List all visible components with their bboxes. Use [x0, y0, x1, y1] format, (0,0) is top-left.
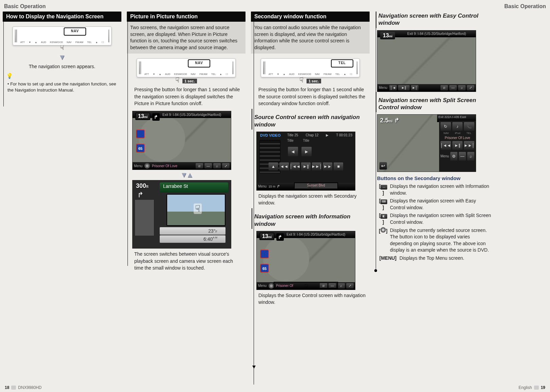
- play-pause-button[interactable]: ►∥: [301, 162, 311, 171]
- back-arrow-button[interactable]: ↩: [379, 162, 387, 170]
- play-pause-button[interactable]: ►∥: [398, 85, 410, 91]
- tap-hand-icon: ☟: [194, 203, 202, 214]
- skip-fwd-button[interactable]: ►►│: [464, 141, 474, 150]
- nav-button-pill[interactable]: NAV: [188, 59, 210, 67]
- play-pause-button[interactable]: ►∥: [452, 141, 463, 150]
- after-nav2-text: Displays the Source Control screen with …: [251, 290, 370, 308]
- nav-appears-text: The navigation screen appears.: [3, 64, 121, 69]
- source-disc-button-icon: [380, 227, 386, 233]
- fast-fwd-button[interactable]: ►►: [323, 162, 332, 171]
- mini-button[interactable]: ⎚: [440, 85, 448, 91]
- flow-line: [254, 22, 254, 385]
- mini-button[interactable]: ⤢: [346, 283, 354, 289]
- column-secondary-window: Secondary window function You can contro…: [251, 12, 370, 308]
- dvd-tab[interactable]: Title: [287, 139, 294, 142]
- skip-fwd-button[interactable]: ►►│: [312, 162, 321, 171]
- nav-info-bar[interactable]: Sunset Blvd: [294, 182, 338, 189]
- faceplate-label: KENWOOD: [298, 73, 311, 76]
- tip-bulb-icon: 💡: [6, 73, 121, 79]
- menu-button-label: [MENU]: [379, 255, 397, 261]
- faceplate-diagram: NAV ATT ▼ ▲ AUD KENWOOD NAV FM/AM TEL ▲ …: [13, 26, 112, 45]
- faceplate-label: AUD: [289, 73, 294, 76]
- faceplate-label: ATT: [269, 73, 273, 76]
- button-desc-row: [◧] Displays the navigation screen with …: [375, 212, 494, 226]
- faceplate-label: ☐: [226, 73, 228, 76]
- flow-down-arrow-icon: ▼: [3, 53, 121, 62]
- disc-icon[interactable]: [144, 163, 150, 169]
- model-name: DNX9980HD: [18, 385, 41, 390]
- mini-button[interactable]: ⤢: [222, 163, 230, 169]
- split-screen-button-icon: ◧: [380, 214, 387, 219]
- exit-label: Exit 9: I-84 (US-20/Sturbridge/Hartford): [287, 233, 345, 236]
- button-desc-row: [MENU] Displays the Top Menu screen.: [375, 254, 494, 262]
- pip-switch-text: The screen switches between visual sourc…: [127, 249, 245, 273]
- faceplate-label: FM/AM: [75, 41, 83, 44]
- menu-label[interactable]: Menu: [379, 86, 387, 90]
- subhead-split-screen: Navigation screen with Split Screen Cont…: [376, 92, 494, 113]
- prev-chapter-button[interactable]: ◄: [288, 147, 298, 156]
- mini-button[interactable]: ⌕: [337, 283, 345, 289]
- skip-fwd-button[interactable]: ►│: [411, 85, 418, 91]
- screenshot-nav-info: Exit 9: I-84 (US-20/Sturbridge/Hartford)…: [256, 231, 355, 290]
- mini-button[interactable]: ⚙: [450, 152, 457, 161]
- skip-back-button[interactable]: │◄◄: [290, 162, 300, 171]
- tap-hand-icon: ☟: [308, 183, 312, 191]
- faceplate-label: ATT: [144, 73, 149, 76]
- button-desc-row: [] Displays the currently selected sourc…: [375, 227, 494, 254]
- source-tel-button[interactable]: 📞: [464, 122, 474, 131]
- tel-button-pill[interactable]: TEL: [331, 59, 353, 67]
- track-title: Prisoner Of Love: [440, 136, 474, 140]
- menu-label[interactable]: Menu: [134, 164, 142, 168]
- rewind-button[interactable]: ◄◄: [279, 162, 289, 171]
- pip-press-text: Pressing the button for longer than 1 se…: [127, 84, 245, 109]
- mini-button[interactable]: —: [204, 163, 212, 169]
- column-secondary-continued: Navigation screen with Easy Control wind…: [375, 12, 494, 308]
- secondary-intro-text: You can control audio sources while the …: [251, 22, 370, 54]
- menu-label[interactable]: Menu: [258, 284, 267, 288]
- faceplate-labels: ATT ▼ ▲ AUD KENWOOD NAV FM/AM TEL ▲ ☐: [20, 41, 104, 44]
- next-chapter-button[interactable]: ►: [301, 147, 312, 156]
- skip-back-button[interactable]: │◄◄: [440, 141, 451, 150]
- faceplate-label: FM/AM: [323, 73, 332, 76]
- turn-arrow-icon: [152, 113, 160, 121]
- faceplate-label: TEL: [335, 73, 340, 76]
- faceplate-label: ▲: [343, 73, 346, 76]
- up-button[interactable]: ▲: [269, 162, 278, 171]
- dvd-tab[interactable]: Title: [303, 139, 310, 142]
- tip-text: • For how to set up and use the navigati…: [3, 79, 121, 93]
- menu-label[interactable]: Menu: [440, 152, 449, 161]
- mini-button[interactable]: —: [459, 152, 466, 161]
- faceplate-labels: ATT ▼ ▲ AUD KENWOOD NAV FM/AM TEL ▲ ☐: [269, 73, 352, 76]
- button-desc-row: [—] Displays the navigation screen with …: [375, 182, 494, 197]
- faceplate-diagram-secondary: TEL ATT ▼ ▲ AUD KENWOOD NAV FM/AM TEL ▲ …: [261, 58, 360, 77]
- faceplate-label: ▼: [28, 41, 31, 44]
- nav-button-pill[interactable]: NAV: [64, 27, 86, 36]
- screenshot-easy-control: Exit 9: I-84 (US-20/Sturbridge/Hartford)…: [377, 30, 476, 92]
- page-footer: 18 DNX9980HD English 19: [0, 385, 550, 390]
- stop-button[interactable]: ■: [334, 162, 343, 171]
- disc-icon[interactable]: [269, 283, 274, 289]
- mini-button[interactable]: ⌕: [467, 152, 474, 161]
- column-how-to-display: How to Display the Navigation Screen NAV…: [3, 12, 121, 308]
- faceplate-label: KENWOOD: [174, 73, 187, 76]
- distance-value: 300ft: [136, 182, 149, 190]
- faceplate-label: ☐: [102, 41, 104, 44]
- faceplate-label: ▼: [277, 73, 279, 76]
- source-nav-button[interactable]: ↻: [440, 122, 451, 131]
- mini-button[interactable]: —: [449, 85, 457, 91]
- menu-label[interactable]: Menu: [258, 184, 267, 188]
- after-dvd-text: Displays the navigation screen with Seco…: [251, 191, 370, 209]
- faceplate-label: ▲: [283, 73, 286, 76]
- mini-button[interactable]: ⌕: [458, 85, 466, 91]
- mini-button[interactable]: ⌕: [213, 163, 221, 169]
- mini-button[interactable]: ⎚: [196, 163, 203, 169]
- mini-button[interactable]: ⤢: [467, 85, 474, 91]
- source-ipod-button[interactable]: ♪: [452, 122, 463, 131]
- heading-secondary-window: Secondary window function: [251, 12, 370, 22]
- faceplate-label: NAV: [315, 73, 320, 76]
- skip-back-button[interactable]: │◄: [389, 85, 397, 91]
- page-number-right: 19: [541, 385, 545, 390]
- faceplate-label: ATT: [20, 41, 25, 44]
- page-header-right: Basic Operation: [504, 3, 546, 9]
- faceplate-label: NAV: [67, 41, 72, 44]
